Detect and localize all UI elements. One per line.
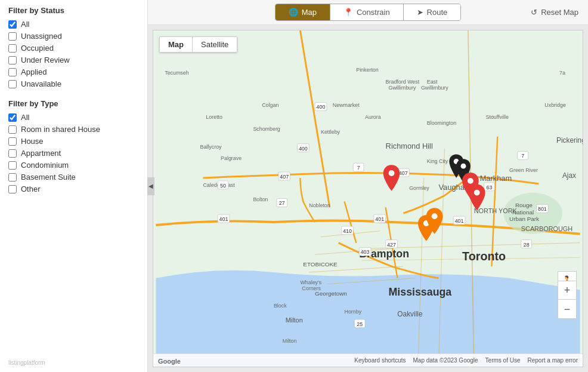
filter-type-room-shared-checkbox[interactable] (8, 125, 17, 134)
filter-type-house-checkbox[interactable] (8, 137, 17, 146)
svg-text:25: 25 (357, 321, 363, 327)
filter-status-unavailable-checkbox[interactable] (8, 80, 17, 88)
tab-map-label: Map (302, 8, 317, 17)
svg-text:Whaley's: Whaley's (300, 279, 321, 285)
svg-text:East: East (427, 79, 438, 85)
svg-text:Aurora: Aurora (365, 114, 381, 120)
filter-type-all-label: All (21, 113, 29, 122)
filter-type-all-checkbox[interactable] (8, 113, 17, 122)
tab-route[interactable]: ➤ Route (404, 4, 461, 20)
filter-type-other-label: Other (21, 185, 41, 193)
filter-type-title: Filter by Type (8, 99, 139, 108)
sidebar-collapse-arrow[interactable]: ◀ (147, 177, 154, 195)
map-view-satellite-button[interactable]: Satellite (193, 37, 237, 52)
svg-point-109 (468, 178, 474, 184)
svg-text:Pinkerton: Pinkerton (356, 67, 379, 73)
svg-text:Gwillimbury: Gwillimbury (421, 85, 448, 91)
map-view-satellite-label: Satellite (201, 40, 228, 49)
svg-text:Uxbridge: Uxbridge (544, 102, 566, 108)
map-view-map-button[interactable]: Map (160, 37, 193, 52)
svg-text:Bradford West: Bradford West (386, 79, 420, 85)
filter-status-all-checkbox[interactable] (8, 20, 17, 29)
svg-text:Gormley: Gormley (409, 185, 429, 191)
svg-text:SCARBOROUGH: SCARBOROUGH (521, 225, 572, 232)
tab-constrain[interactable]: 📍 Constrain (330, 4, 404, 20)
svg-text:Bolton: Bolton (253, 196, 268, 202)
zoom-in-button[interactable]: + (558, 281, 577, 300)
tab-map[interactable]: 🌐 Map (276, 4, 330, 20)
map-globe-icon: 🌐 (289, 8, 298, 17)
zoom-out-button[interactable]: − (558, 300, 577, 319)
filter-type-basement-suite-label: Basement Suite (21, 173, 76, 182)
terms-of-use[interactable]: Terms of Use (485, 357, 521, 364)
svg-text:ETOBICOKE: ETOBICOKE (303, 261, 338, 268)
svg-text:63: 63 (487, 185, 493, 190)
filter-type-room-shared-label: Room in shared House (21, 125, 100, 134)
map-svg: Brampton Mississauga Toronto Vaughan Mar… (153, 30, 583, 367)
filter-status-unassigned-checkbox[interactable] (8, 32, 17, 41)
reset-map-button[interactable]: ↺ Reset Map (531, 8, 578, 17)
sidebar-footer: listingplatform (8, 359, 45, 366)
filter-status-unassigned-label: Unassigned (21, 32, 62, 41)
svg-text:Tecumseh: Tecumseh (165, 70, 189, 76)
svg-text:Georgetown: Georgetown (315, 290, 347, 297)
svg-text:7: 7 (357, 165, 360, 171)
filter-type-other[interactable]: Other (8, 185, 139, 193)
svg-text:400: 400 (317, 104, 326, 110)
filter-type-all[interactable]: All (8, 113, 139, 122)
svg-text:403: 403 (361, 249, 370, 255)
tab-group: 🌐 Map 📍 Constrain ➤ Route (275, 4, 462, 21)
svg-text:400: 400 (299, 146, 308, 152)
svg-text:Green River: Green River (509, 167, 538, 173)
filter-type-basement-suite-checkbox[interactable] (8, 173, 17, 182)
svg-text:Milton: Milton (283, 338, 297, 344)
filter-type-appartment[interactable]: Appartment (8, 149, 139, 158)
svg-text:28: 28 (524, 242, 530, 248)
tab-route-label: Route (427, 8, 448, 17)
filter-status-all-label: All (21, 20, 29, 29)
svg-text:Block: Block (274, 303, 287, 309)
svg-text:801: 801 (538, 206, 547, 212)
filter-status-under-review-label: Under Review (21, 56, 70, 64)
filter-type-room-shared[interactable]: Room in shared House (8, 125, 139, 134)
svg-text:Gwillimbury: Gwillimbury (389, 85, 416, 91)
filter-type-condominium[interactable]: Condominium (8, 161, 139, 170)
filter-status-unavailable[interactable]: Unavailable (8, 79, 139, 88)
filter-status-applied[interactable]: Applied (8, 67, 139, 76)
svg-text:Bloomington: Bloomington (427, 120, 456, 126)
svg-text:50: 50 (220, 183, 226, 189)
main-content: 🌐 Map 📍 Constrain ➤ Route ↺ Reset Map Ma… (148, 0, 588, 372)
filter-type-condominium-label: Condominium (21, 161, 69, 170)
filter-type-house-label: House (21, 137, 44, 146)
filter-type-house[interactable]: House (8, 137, 139, 146)
filter-type-appartment-label: Appartment (21, 149, 61, 158)
keyboard-shortcuts[interactable]: Keyboard shortcuts (354, 357, 406, 364)
filter-status-all[interactable]: All (8, 20, 139, 29)
svg-text:King City: King City (427, 158, 448, 164)
svg-point-110 (474, 190, 480, 196)
filter-type-appartment-checkbox[interactable] (8, 149, 17, 158)
svg-text:401: 401 (455, 218, 464, 224)
svg-text:Urban Park: Urban Park (509, 216, 539, 222)
filter-status-occupied[interactable]: Occupied (8, 44, 139, 53)
filter-type-condominium-checkbox[interactable] (8, 161, 17, 170)
filter-type-other-checkbox[interactable] (8, 185, 17, 193)
tab-constrain-label: Constrain (357, 8, 390, 17)
filter-status-under-review[interactable]: Under Review (8, 56, 139, 64)
svg-text:401: 401 (219, 216, 228, 222)
filter-status-occupied-checkbox[interactable] (8, 44, 17, 53)
filter-status-unassigned[interactable]: Unassigned (8, 32, 139, 41)
svg-text:Nobleton: Nobleton (309, 202, 330, 208)
map-container[interactable]: Map Satellite (153, 30, 583, 367)
svg-text:Toronto: Toronto (462, 250, 506, 263)
filter-status-applied-checkbox[interactable] (8, 68, 17, 76)
reset-map-label: Reset Map (541, 8, 578, 17)
filter-status-title: Filter by Status (8, 6, 139, 15)
svg-text:Milton: Milton (286, 316, 303, 324)
filter-type-basement-suite[interactable]: Basement Suite (8, 173, 139, 182)
svg-text:Richmond Hill: Richmond Hill (386, 142, 433, 150)
filter-status-applied-label: Applied (21, 67, 47, 76)
svg-point-108 (461, 164, 466, 169)
report-map-error[interactable]: Report a map error (528, 357, 578, 364)
filter-status-under-review-checkbox[interactable] (8, 56, 17, 64)
